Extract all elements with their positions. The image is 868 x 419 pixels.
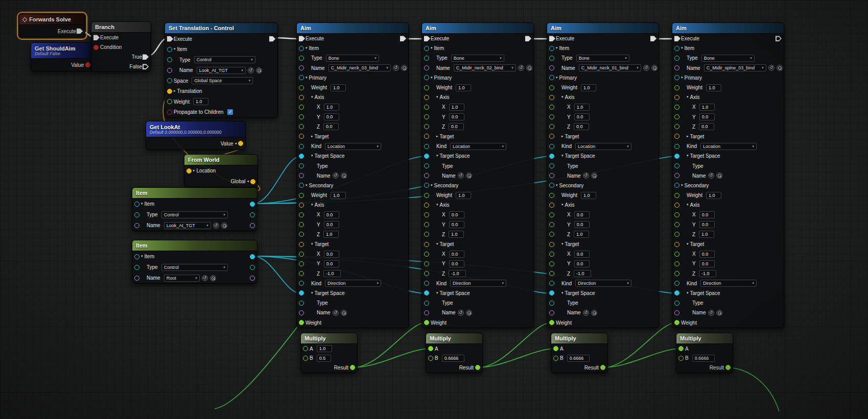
pin-a-in[interactable]: [428, 346, 433, 351]
pin-weight-in[interactable]: [674, 85, 679, 90]
weight-input[interactable]: [331, 192, 346, 199]
search-icon[interactable]: [716, 310, 722, 316]
search-icon[interactable]: [777, 65, 783, 71]
pin-name-in[interactable]: [549, 173, 554, 178]
search-icon[interactable]: [591, 310, 597, 316]
sync-icon[interactable]: ↺: [333, 310, 339, 316]
y-input[interactable]: [699, 113, 715, 120]
pin-primary-in[interactable]: [674, 75, 679, 80]
weight-input[interactable]: [456, 192, 471, 199]
pin-kind-in[interactable]: [424, 144, 429, 149]
x-input[interactable]: [574, 104, 590, 111]
pin-type-in[interactable]: [424, 56, 429, 61]
a-input[interactable]: [317, 345, 332, 352]
z-input[interactable]: [449, 270, 466, 277]
sync-icon[interactable]: ↺: [458, 172, 464, 179]
pin-name-in[interactable]: [134, 276, 139, 281]
expander-icon[interactable]: ▾: [687, 154, 689, 158]
pin-execute-in[interactable]: [674, 36, 681, 41]
pin-a-in[interactable]: [303, 346, 308, 351]
z-input[interactable]: [574, 123, 589, 130]
pin-b-in[interactable]: [678, 356, 684, 361]
node-aim-1[interactable]: AimExecute▾ItemTypeBone▾NameC_Midir_neck…: [296, 22, 409, 328]
pin-name-in[interactable]: [549, 310, 554, 315]
search-icon[interactable]: [466, 172, 472, 179]
node-multiply-4[interactable]: MultiplyABResult: [676, 333, 733, 373]
pin-target-space-in[interactable]: [674, 290, 679, 295]
pin-type-in[interactable]: [134, 265, 139, 270]
pin-b-in[interactable]: [428, 356, 433, 361]
pin-type-in[interactable]: [299, 301, 304, 306]
pin-name-out[interactable]: [250, 223, 255, 228]
pin-weight-in[interactable]: [549, 193, 554, 198]
pin-name-in[interactable]: [299, 65, 304, 70]
expander-icon[interactable]: ▾: [306, 46, 308, 50]
x-input[interactable]: [574, 251, 590, 258]
pin-name-in[interactable]: [299, 173, 304, 178]
type-dropdown[interactable]: Control▾: [161, 264, 228, 271]
pin-z-in[interactable]: [424, 124, 429, 129]
weight-input[interactable]: [456, 84, 471, 91]
expander-icon[interactable]: ▾: [436, 291, 438, 295]
node-get-lookat[interactable]: Get LookAtDefault 0.000000,0.000000,0.00…: [146, 121, 246, 150]
node-multiply-3[interactable]: MultiplyABResult: [551, 333, 608, 373]
pin-item-out[interactable]: [250, 202, 255, 207]
pin-weight-in[interactable]: [167, 99, 172, 104]
pin-space-in[interactable]: [167, 78, 172, 83]
x-input[interactable]: [449, 211, 464, 218]
kind-dropdown[interactable]: Location▾: [450, 143, 506, 150]
pin-axis-in[interactable]: [299, 95, 304, 100]
type-dropdown[interactable]: Control▾: [194, 56, 255, 63]
pin-primary-in[interactable]: [424, 75, 429, 80]
pin-target-in[interactable]: [424, 242, 429, 247]
sync-icon[interactable]: ↺: [583, 172, 589, 179]
expander-icon[interactable]: ▾: [681, 76, 683, 80]
pin-weight-in[interactable]: [299, 85, 304, 90]
pin-b-in[interactable]: [553, 356, 558, 361]
pin-weight-in[interactable]: [299, 320, 304, 325]
pin-target-space-in[interactable]: [299, 290, 304, 295]
pin-target-space-in[interactable]: [549, 290, 554, 295]
node-aim-3[interactable]: AimExecute▾ItemTypeBone▾NameC_Midir_neck…: [547, 22, 659, 328]
pin-weight-in[interactable]: [549, 85, 554, 90]
pin-type-in[interactable]: [674, 163, 679, 168]
pin-target-space-in[interactable]: [424, 290, 429, 295]
y-input[interactable]: [449, 221, 464, 228]
pin-item-out[interactable]: [250, 254, 255, 259]
expander-icon[interactable]: ▾: [556, 76, 558, 80]
weight-input[interactable]: [581, 84, 596, 91]
pin-item-in[interactable]: [549, 46, 554, 51]
pin-axis-in[interactable]: [674, 203, 679, 208]
pin-x-in[interactable]: [424, 252, 429, 257]
node-header[interactable]: Aim: [422, 23, 533, 34]
pin-item-in[interactable]: [167, 47, 172, 52]
pin-z-in[interactable]: [674, 271, 679, 276]
pin-name-in[interactable]: [674, 65, 679, 70]
x-input[interactable]: [574, 211, 590, 218]
expander-icon[interactable]: ▾: [174, 47, 176, 51]
name-dropdown[interactable]: C_Midir_neck_03_bind▾: [329, 64, 391, 71]
z-input[interactable]: [574, 231, 589, 238]
pin-z-in[interactable]: [549, 124, 554, 129]
expander-icon[interactable]: ▾: [561, 154, 564, 158]
x-input[interactable]: [449, 104, 464, 111]
expander-icon[interactable]: ▾: [561, 242, 564, 246]
node-aim-2[interactable]: AimExecute▾ItemTypeBone▾NameC_Midir_neck…: [421, 22, 534, 328]
search-icon[interactable]: [526, 65, 532, 71]
b-input[interactable]: [317, 355, 331, 362]
pin-y-in[interactable]: [549, 114, 554, 119]
pin-weight-in[interactable]: [424, 320, 429, 325]
sync-icon[interactable]: ↺: [708, 172, 714, 179]
node-header[interactable]: Aim: [672, 23, 784, 34]
pin-z-in[interactable]: [424, 232, 429, 237]
kind-dropdown[interactable]: Location▾: [575, 143, 631, 150]
node-header[interactable]: Multiply: [551, 333, 607, 344]
pin-type-in[interactable]: [299, 163, 304, 168]
z-input[interactable]: [323, 231, 339, 238]
search-icon[interactable]: [256, 67, 262, 73]
pin-x-in[interactable]: [549, 105, 554, 110]
pin-z-in[interactable]: [549, 271, 554, 276]
pin-execute-in[interactable]: [549, 36, 555, 41]
pin-x-in[interactable]: [299, 252, 304, 257]
node-multiply-1[interactable]: MultiplyABResult: [300, 333, 358, 373]
